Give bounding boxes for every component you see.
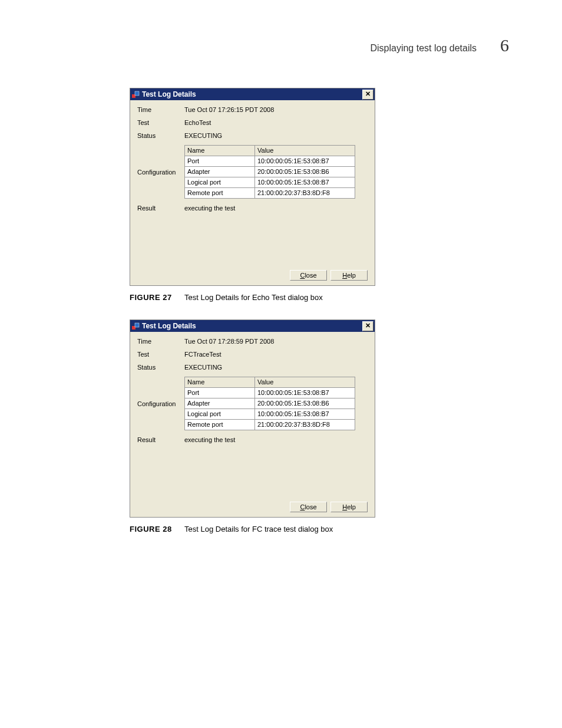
- app-icon: [131, 322, 140, 330]
- dialog-title: Test Log Details: [142, 322, 362, 330]
- table-header-row: Name Value: [185, 146, 355, 156]
- test-label: Test: [137, 119, 184, 126]
- figure-caption: FIGURE 27 Test Log Details for Echo Test…: [130, 293, 509, 302]
- table-row: Logical port10:00:00:05:1E:53:08:B7: [185, 177, 355, 188]
- figure-caption-text: Test Log Details for Echo Test dialog bo…: [184, 293, 323, 302]
- time-value: Tue Oct 07 17:26:15 PDT 2008: [184, 106, 368, 113]
- page-header: Displaying test log details 6: [77, 35, 509, 55]
- result-label: Result: [137, 205, 184, 212]
- time-value: Tue Oct 07 17:28:59 PDT 2008: [184, 338, 368, 345]
- figure-caption: FIGURE 28 Test Log Details for FC trace …: [130, 525, 509, 533]
- time-label: Time: [137, 338, 184, 345]
- dialog-titlebar: Test Log Details ✕: [130, 88, 375, 100]
- config-label: Configuration: [137, 400, 184, 407]
- table-row: Logical port10:00:00:05:1E:53:08:B7: [185, 409, 355, 420]
- table-row: Adapter20:00:00:05:1E:53:08:B6: [185, 398, 355, 409]
- result-label: Result: [137, 436, 184, 443]
- help-button[interactable]: Help: [330, 502, 368, 512]
- table-row: Remote port21:00:00:20:37:B3:8D:F8: [185, 420, 355, 430]
- table-header-row: Name Value: [185, 377, 355, 388]
- table-header: Name: [185, 377, 255, 388]
- app-icon: [131, 90, 140, 98]
- result-value: executing the test: [184, 205, 368, 212]
- table-row: Port10:00:00:05:1E:53:08:B7: [185, 388, 355, 398]
- close-icon[interactable]: ✕: [362, 90, 373, 100]
- status-value: EXECUTING: [184, 132, 368, 139]
- config-label: Configuration: [137, 169, 184, 176]
- status-label: Status: [137, 364, 184, 371]
- header-chapter-number: 6: [500, 35, 509, 55]
- header-section-text: Displaying test log details: [370, 43, 477, 54]
- status-value: EXECUTING: [184, 364, 368, 371]
- test-value: EchoTest: [184, 119, 368, 126]
- result-value: executing the test: [184, 436, 368, 443]
- dialog-title: Test Log Details: [142, 90, 362, 98]
- table-row: Port10:00:00:05:1E:53:08:B7: [185, 156, 355, 167]
- figure-caption-text: Test Log Details for FC trace test dialo…: [184, 525, 333, 533]
- test-label: Test: [137, 351, 184, 358]
- table-header: Value: [255, 377, 355, 388]
- figure-number: FIGURE 28: [130, 525, 172, 533]
- test-log-details-dialog: Test Log Details ✕ Time Tue Oct 07 17:28…: [130, 319, 375, 518]
- table-row: Adapter20:00:00:05:1E:53:08:B6: [185, 167, 355, 177]
- dialog-titlebar: Test Log Details ✕: [130, 320, 375, 332]
- close-icon[interactable]: ✕: [362, 321, 373, 331]
- close-button[interactable]: Close: [290, 502, 327, 512]
- help-button[interactable]: Help: [330, 270, 368, 281]
- time-label: Time: [137, 106, 184, 113]
- status-label: Status: [137, 132, 184, 139]
- table-row: Remote port21:00:00:20:37:B3:8D:F8: [185, 188, 355, 199]
- close-button[interactable]: Close: [290, 270, 327, 281]
- table-header: Value: [255, 146, 355, 156]
- test-value: FCTraceTest: [184, 351, 368, 358]
- svg-rect-3: [135, 323, 139, 327]
- figure-number: FIGURE 27: [130, 293, 172, 302]
- svg-rect-1: [135, 91, 139, 95]
- config-table: Name Value Port10:00:00:05:1E:53:08:B7 A…: [184, 377, 355, 430]
- config-table: Name Value Port10:00:00:05:1E:53:08:B7 A…: [184, 145, 355, 199]
- test-log-details-dialog: Test Log Details ✕ Time Tue Oct 07 17:26…: [130, 88, 375, 286]
- table-header: Name: [185, 146, 255, 156]
